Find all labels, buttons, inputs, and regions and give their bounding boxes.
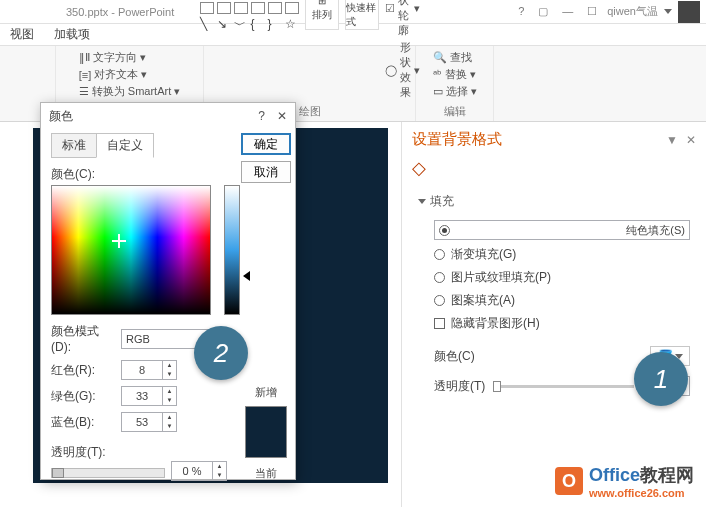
select-button[interactable]: ▭ 选择 ▾ [433, 84, 477, 99]
watermark: O Office教程网 www.office26.com [555, 463, 694, 499]
luminance-pointer-icon[interactable] [243, 271, 250, 281]
office-logo-icon: O [555, 467, 583, 495]
mode-label: 颜色模式(D): [51, 323, 115, 354]
tab-standard[interactable]: 标准 [51, 133, 97, 158]
color-label: 颜色(C) [434, 348, 475, 365]
color-field-label: 颜色(C): [51, 166, 227, 183]
dlg-transparency-spinner[interactable]: 0 %▲▼ [171, 461, 227, 481]
align-text[interactable]: [≡] 对齐文本 ▾ [79, 67, 148, 82]
tab-addins[interactable]: 加载项 [54, 26, 90, 43]
dialog-help-icon[interactable]: ? [258, 109, 265, 123]
find-button[interactable]: 🔍 查找 [433, 50, 472, 65]
radio-solid-fill[interactable]: 纯色填充(S) [434, 220, 690, 240]
bucket-icon[interactable]: ◇ [412, 158, 426, 178]
step-1-marker: 1 [634, 352, 688, 406]
convert-smartart[interactable]: ☰ 转换为 SmartArt ▾ [79, 84, 180, 99]
pane-title: 设置背景格式 [412, 130, 502, 149]
ok-button[interactable]: 确定 [241, 133, 291, 155]
dlg-transparency-label: 透明度(T): [51, 444, 227, 461]
chevron-down-icon [664, 9, 672, 14]
maximize-icon[interactable]: ☐ [587, 5, 597, 18]
luminance-bar[interactable] [224, 185, 240, 315]
radio-pattern-fill[interactable]: 图案填充(A) [434, 292, 690, 309]
dialog-tabs: 标准 自定义 [51, 133, 227, 158]
crosshair-icon [112, 234, 126, 248]
green-label: 绿色(G): [51, 388, 115, 405]
user-name: qiwen气温 [607, 4, 658, 19]
preview-swatch [245, 406, 287, 458]
group-editing: 编辑 [444, 104, 466, 119]
check-hide-bg[interactable]: 隐藏背景图形(H) [434, 315, 690, 332]
current-swatch-label: 当前 [255, 466, 277, 481]
pane-menu-icon[interactable]: ▼ [666, 133, 678, 147]
format-background-pane: 设置背景格式 ▼✕ ◇ 填充 纯色填充(S) 渐变填充(G) 图片或纹理填充(P… [401, 122, 706, 507]
fill-section-header[interactable]: 填充 [418, 193, 690, 210]
shape-effect[interactable]: ◯ 形状效果 ▾ [385, 40, 420, 100]
blue-spinner[interactable]: 53▲▼ [121, 412, 177, 432]
transparency-label: 透明度(T) [434, 378, 485, 395]
quick-style-button[interactable]: ◢快速样式 [345, 0, 379, 30]
dialog-close-icon[interactable]: ✕ [277, 109, 287, 123]
blue-label: 蓝色(B): [51, 414, 115, 431]
arrange-icon: ⊞ [318, 0, 326, 6]
tab-custom[interactable]: 自定义 [96, 133, 154, 158]
new-swatch-label: 新增 [255, 385, 277, 400]
pane-close-icon[interactable]: ✕ [686, 133, 696, 147]
window-controls: ? ▢ — ☐ [518, 5, 597, 18]
red-label: 红色(R): [51, 362, 115, 379]
minimize-icon[interactable]: — [562, 5, 573, 18]
color-dialog: 颜色 ?✕ 标准 自定义 颜色(C): 颜色模式(D):RGB 红色(R):8▲… [40, 102, 296, 480]
color-spectrum[interactable] [51, 185, 211, 315]
collapse-icon [418, 199, 426, 204]
cancel-button[interactable]: 取消 [241, 161, 291, 183]
tab-view[interactable]: 视图 [10, 26, 34, 43]
shape-outline[interactable]: ☑ 形状轮廓 ▾ [385, 0, 420, 38]
radio-gradient-fill[interactable]: 渐变填充(G) [434, 246, 690, 263]
red-spinner[interactable]: 8▲▼ [121, 360, 177, 380]
dlg-transparency-slider[interactable] [51, 468, 165, 478]
radio-picture-fill[interactable]: 图片或纹理填充(P) [434, 269, 690, 286]
arrange-button[interactable]: ⊞排列 [305, 0, 339, 30]
dialog-title: 颜色 [49, 108, 73, 125]
avatar [678, 1, 700, 23]
help-icon[interactable]: ? [518, 5, 524, 18]
green-spinner[interactable]: 33▲▼ [121, 386, 177, 406]
user-area[interactable]: qiwen气温 [607, 1, 700, 23]
replace-button[interactable]: ᵃᵇ 替换 ▾ [433, 67, 476, 82]
shape-gallery[interactable]: ╲↘﹀{}☆ [200, 0, 299, 29]
text-direction[interactable]: ‖Ⅱ 文字方向 ▾ [79, 50, 146, 65]
transparency-slider[interactable] [493, 385, 634, 388]
step-2-marker: 2 [194, 326, 248, 380]
ribbon-display-icon[interactable]: ▢ [538, 5, 548, 18]
watermark-url: www.office26.com [589, 487, 694, 499]
group-drawing: 绘图 [299, 104, 321, 119]
